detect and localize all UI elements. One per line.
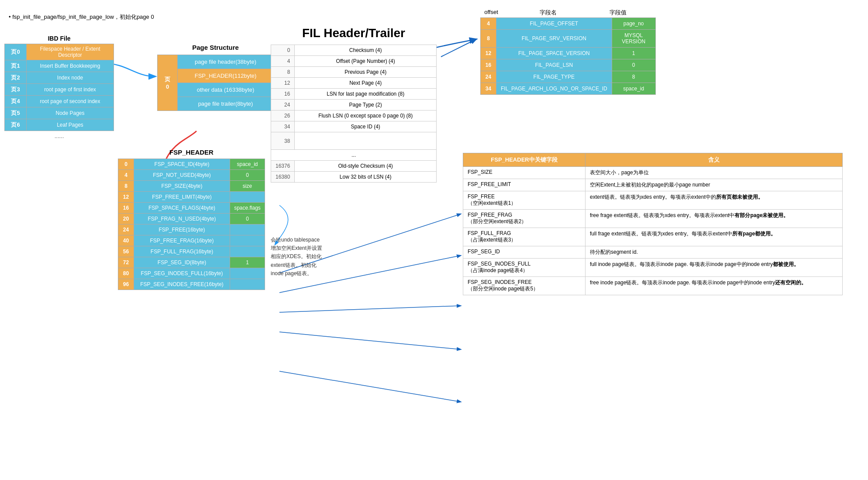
fsp-value-8 [230, 246, 265, 257]
cn-note-line: 增加空闲Extent并设置 [271, 244, 349, 252]
right-table-section: offset 字段名 字段值 4 FIL_PAGE_OFFSET page_no… [480, 9, 656, 95]
fil-dots-row: ... [271, 150, 437, 161]
rt-row-1: 8 FIL_PAGE_SRV_VERSION MYSQL VERSION [481, 30, 656, 48]
page-structure-title: Page Structure [157, 44, 274, 51]
fsp-row-1: 4 FSP_NOT_USED(4byte) 0 [118, 170, 265, 181]
fsp-name-3: FSP_FREE_LIMIT(4byte) [134, 192, 230, 203]
fil-content-8 [295, 132, 437, 150]
fil-offset-3: 12 [271, 78, 295, 89]
ibd-content-2: Index node [27, 72, 114, 84]
fsp-key-desc-5: 待分配的segment id. [586, 246, 843, 259]
fsp-key-field-0: FSP_SIZE [463, 167, 586, 179]
fil-bottom-offset-0: 16376 [271, 161, 295, 172]
fsp-header-title: FSP_HEADER [118, 148, 265, 156]
rt-row-2: 12 FIL_PAGE_SPACE_VERSION 1 [481, 48, 656, 59]
fsp-row-5: 20 FSP_FRAG_N_USED(4byte) 0 [118, 214, 265, 224]
fsp-row-2: 8 FSP_SIZE(4byte) size [118, 181, 265, 192]
top-note: • fsp_init_file_page/fsp_init_file_page_… [9, 13, 154, 21]
fsp-key-field-7: FSP_SEG_INODES_FREE（部分空闲inode page链表5） [463, 277, 586, 295]
fil-content-4: LSN for last page modification (8) [295, 89, 437, 100]
fsp-name-4: FSP_SPACE_FLAGS(4byte) [134, 203, 230, 214]
fsp-row-11: 96 FSP_SEG_INODES_FREE(16byte) [118, 279, 265, 290]
fil-row-3: 12 Next Page (4) [271, 78, 437, 89]
fil-row-5: 24 Page Type (2) [271, 100, 437, 111]
ps-row-0: 页0 page file header(38byte) [158, 55, 274, 69]
fsp-row-3: 12 FSP_FREE_LIMIT(4byte) [118, 192, 265, 203]
fsp-value-4: space.flags [230, 203, 265, 214]
fil-row-0: 0 Checksum (4) [271, 45, 437, 56]
ibd-row-0: 页0 Filespace Header / Extent Descriptor [5, 44, 114, 60]
fsp-offset-6: 24 [118, 224, 134, 235]
fil-bottom-content-0: Old-style Checksum (4) [295, 161, 437, 172]
svg-line-2 [279, 306, 461, 312]
cn-note-line: extent链表。初始化 [271, 261, 349, 269]
fsp-value-7 [230, 235, 265, 246]
fil-row-2: 8 Previous Page (4) [271, 67, 437, 78]
fil-row-8: 38 [271, 132, 437, 150]
fil-bottom-row-0: 16376 Old-style Checksum (4) [271, 161, 437, 172]
ibd-label-2: 页2 [5, 72, 27, 84]
rt-header-name: 字段名 [502, 9, 594, 17]
fsp-offset-9: 72 [118, 257, 134, 268]
fsp-value-10 [230, 268, 265, 279]
ibd-table: 页0 Filespace Header / Extent Descriptor … [4, 44, 114, 131]
fsp-key-row-0: FSP_SIZE 表空间大小，page为单位 [463, 167, 843, 179]
fsp-name-8: FSP_FULL_FRAG(16byte) [134, 246, 230, 257]
fil-row-1: 4 Offset (Page Number) (4) [271, 56, 437, 67]
fsp-row-6: 24 FSP_FREE(16byte) [118, 224, 265, 235]
cn-note-line: 会给undo tablespace [271, 236, 349, 244]
fil-offset-6: 26 [271, 111, 295, 121]
fsp-key-desc-7: free inode page链表。每顶表示inode page. 每项表示in… [586, 277, 843, 295]
fsp-key-desc-1: 空闲Extent上未被初始化的page的最小page number [586, 179, 843, 191]
fsp-key-row-4: FSP_FULL_FRAG（占满extent链表3） full frage ex… [463, 228, 843, 246]
fil-row-4: 16 LSN for last page modification (8) [271, 89, 437, 100]
fil-offset-2: 8 [271, 67, 295, 78]
rt-offset-1: 8 [481, 30, 496, 48]
fil-offset-0: 0 [271, 45, 295, 56]
ps-content-1: FSP_HEADER(112byte) [178, 69, 274, 83]
rt-name-3: FIL_PAGE_LSN [496, 59, 612, 71]
fil-content-1: Offset (Page Number) (4) [295, 56, 437, 67]
fsp-key-field-3: FSP_FREE_FRAG（部分空闲extent链表2） [463, 210, 586, 228]
ibd-label-6: 页6 [5, 119, 27, 131]
rt-name-2: FIL_PAGE_SPACE_VERSION [496, 48, 612, 59]
fsp-key-row-2: FSP_FREE（空闲extent链表1） extent链表。链表项为xdes … [463, 191, 843, 210]
rt-name-1: FIL_PAGE_SRV_VERSION [496, 30, 612, 48]
fsp-key-row-6: FSP_SEG_INODES_FULL（占满inode page链表4） ful… [463, 259, 843, 277]
fsp-name-1: FSP_NOT_USED(4byte) [134, 170, 230, 181]
ibd-label-1: 页1 [5, 60, 27, 72]
rt-row-5: 34 FIL_PAGE_ARCH_LOG_NO_OR_SPACE_ID spac… [481, 83, 656, 95]
fil-header-section: FIL Header/Trailer 0 Checksum (4) 4 Offs… [271, 26, 437, 183]
fsp-value-3 [230, 192, 265, 203]
fsp-table: 0 FSP_SPACE_ID(4byte) space_id 4 FSP_NOT… [118, 159, 265, 290]
fil-content-5: Page Type (2) [295, 100, 437, 111]
fil-content-6: Flush LSN (0 except space 0 page 0) (8) [295, 111, 437, 121]
rt-name-5: FIL_PAGE_ARCH_LOG_NO_OR_SPACE_ID [496, 83, 612, 95]
svg-line-3 [279, 332, 461, 349]
rt-row-3: 16 FIL_PAGE_LSN 0 [481, 59, 656, 71]
fsp-value-11 [230, 279, 265, 290]
ibd-ellipsis: ...... [4, 133, 114, 139]
fsp-key-field-5: FSP_SEG_ID [463, 246, 586, 259]
rt-value-2: 1 [612, 48, 655, 59]
ibd-file-section: IBD File 页0 Filespace Header / Extent De… [4, 35, 114, 139]
rt-offset-5: 34 [481, 83, 496, 95]
fsp-row-0: 0 FSP_SPACE_ID(4byte) space_id [118, 159, 265, 170]
rt-row-0: 4 FIL_PAGE_OFFSET page_no [481, 18, 656, 30]
fsp-value-9: 1 [230, 257, 265, 268]
rt-value-5: space_id [612, 83, 655, 95]
fil-bottom-content-1: Low 32 bits of LSN (4) [295, 172, 437, 183]
fsp-key-col2-header: 含义 [586, 153, 843, 167]
ibd-content-6: Leaf Pages [27, 119, 114, 131]
fsp-name-7: FSP_FREE_FRAG(16byte) [134, 235, 230, 246]
ps-content-0: page file header(38byte) [178, 55, 274, 69]
ibd-content-5: Node Pages [27, 107, 114, 119]
fil-offset-7: 34 [271, 121, 295, 132]
fil-bottom-row-1: 16380 Low 32 bits of LSN (4) [271, 172, 437, 183]
fsp-key-desc-0: 表空间大小，page为单位 [586, 167, 843, 179]
fsp-value-2: size [230, 181, 265, 192]
rt-value-1: MYSQL VERSION [612, 30, 655, 48]
rt-offset-0: 4 [481, 18, 496, 30]
rt-name-0: FIL_PAGE_OFFSET [496, 18, 612, 30]
fsp-offset-2: 8 [118, 181, 134, 192]
